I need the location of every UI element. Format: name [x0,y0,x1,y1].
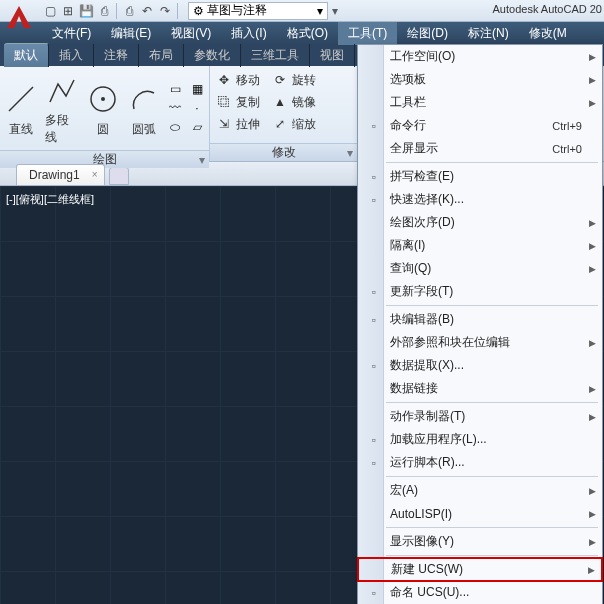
load-icon: ▫ [366,432,382,448]
redo-icon[interactable]: ↷ [157,3,173,19]
menu-item[interactable]: 全屏显示Ctrl+0 [358,137,602,160]
menu-item-1[interactable]: 编辑(E) [101,22,161,45]
spline-icon[interactable]: 〰 [167,100,183,116]
viewport-label[interactable]: [-][俯视][二维线框] [6,192,94,207]
menu-item-6[interactable]: 绘图(D) [397,22,458,45]
menu-item-label: 加载应用程序(L)... [390,431,487,448]
polyline-tool[interactable]: 多段线 [45,70,80,146]
menu-item[interactable]: ▫拼写检查(E) [358,165,602,188]
menu-item[interactable]: ▫命令行Ctrl+9 [358,114,602,137]
menu-item-0[interactable]: 文件(F) [42,22,101,45]
hatch-icon[interactable]: ▦ [189,81,205,97]
menu-item[interactable]: 隔离(I)▶ [358,234,602,257]
menu-item[interactable]: AutoLISP(I)▶ [358,502,602,525]
menu-item[interactable]: 动作录制器(T)▶ [358,405,602,428]
menu-item[interactable]: ▫数据提取(X)... [358,354,602,377]
menu-item-4[interactable]: 格式(O) [277,22,338,45]
app-logo[interactable] [0,0,38,34]
scale-tool[interactable]: ⤢缩放 [270,114,318,134]
menu-item-label: 工具栏 [390,94,426,111]
rect-icon[interactable]: ▭ [167,81,183,97]
menu-item[interactable]: 宏(A)▶ [358,479,602,502]
region-icon[interactable]: ▱ [189,119,205,135]
menu-item-label: 数据链接 [390,380,438,397]
submenu-arrow-icon: ▶ [589,509,596,519]
new-doc-tab[interactable] [109,167,129,185]
saveas-icon[interactable]: ⎙ [96,3,112,19]
menu-item-label: 选项板 [390,71,426,88]
menu-item[interactable]: 数据链接▶ [358,377,602,400]
line-tool[interactable]: 直线 [4,79,39,138]
save-icon[interactable]: 💾 [78,3,94,19]
mirror-tool[interactable]: ▲镜像 [270,92,318,112]
menu-item[interactable]: 绘图次序(D)▶ [358,211,602,234]
plot-icon[interactable]: ⎙ [121,3,137,19]
submenu-arrow-icon: ▶ [589,75,596,85]
tools-menu-dropdown: 工作空间(O)▶选项板▶工具栏▶▫命令行Ctrl+9全屏显示Ctrl+0▫拼写检… [357,44,603,604]
ribbon-tab-1[interactable]: 插入 [49,44,94,67]
ellipse-icon[interactable]: ⬭ [167,119,183,135]
ribbon-tab-4[interactable]: 参数化 [184,44,241,67]
arc-label: 圆弧 [132,121,156,138]
menu-item-label: 宏(A) [390,482,418,499]
line-label: 直线 [9,121,33,138]
menu-item-label: 运行脚本(R)... [390,454,465,471]
menu-separator [386,476,598,477]
menu-item[interactable]: 查询(Q)▶ [358,257,602,280]
ribbon-tab-0[interactable]: 默认 [4,43,49,67]
menu-item-label: 隔离(I) [390,237,425,254]
menu-item-5[interactable]: 工具(T) [338,22,397,45]
abc-icon: ▫ [366,169,382,185]
submenu-arrow-icon: ▶ [589,486,596,496]
menu-item-label: 拼写检查(E) [390,168,454,185]
menu-item-label: 命令行 [390,117,426,134]
menu-shortcut: Ctrl+9 [552,120,582,132]
menu-item-label: 外部参照和块在位编辑 [390,334,510,351]
modify-panel-title[interactable]: 修改▾ [210,143,357,161]
menu-item-label: 命名 UCS(U)... [390,584,469,601]
new-icon[interactable]: ▢ [42,3,58,19]
menu-item[interactable]: 显示图像(Y)▶ [358,530,602,553]
menu-item[interactable]: ▫运行脚本(R)... [358,451,602,474]
draw-panel: 直线 多段线 圆 圆弧 ▭ 〰 ⬭ ▦ · ▱ [0,66,210,161]
arc-tool[interactable]: 圆弧 [126,79,161,138]
qat-more-icon[interactable]: ▾ [332,4,338,18]
workspace-dropdown[interactable]: ⚙ 草图与注释 ▾ [188,2,328,20]
menu-item-label: 绘图次序(D) [390,214,455,231]
ribbon-tab-2[interactable]: 注释 [94,44,139,67]
ribbon-tab-6[interactable]: 视图 [310,44,355,67]
stretch-tool[interactable]: ⇲拉伸 [214,114,262,134]
move-tool[interactable]: ✥移动 [214,70,262,90]
ribbon-tab-3[interactable]: 布局 [139,44,184,67]
menu-item-label: 动作录制器(T) [390,408,465,425]
submenu-arrow-icon: ▶ [589,537,596,547]
open-icon[interactable]: ⊞ [60,3,76,19]
menu-item[interactable]: ▫加载应用程序(L)... [358,428,602,451]
undo-icon[interactable]: ↶ [139,3,155,19]
menu-item-2[interactable]: 视图(V) [161,22,221,45]
app-title: Autodesk AutoCAD 20 [493,3,602,15]
submenu-arrow-icon: ▶ [589,338,596,348]
menu-item[interactable]: 工作空间(O)▶ [358,45,602,68]
close-tab-icon[interactable]: × [92,169,98,180]
menu-item[interactable]: ▫块编辑器(B) [358,308,602,331]
menu-item[interactable]: 工具栏▶ [358,91,602,114]
menu-item-label: 更新字段(T) [390,283,453,300]
menu-item[interactable]: 外部参照和块在位编辑▶ [358,331,602,354]
rotate-tool[interactable]: ⟳旋转 [270,70,318,90]
menu-bar: 文件(F)编辑(E)视图(V)插入(I)格式(O)工具(T)绘图(D)标注(N)… [0,22,604,44]
menu-item[interactable]: ▫更新字段(T) [358,280,602,303]
point-icon[interactable]: · [189,100,205,116]
circle-tool[interactable]: 圆 [86,79,121,138]
menu-item[interactable]: 选项板▶ [358,68,602,91]
doc-tab-drawing1[interactable]: Drawing1 × [16,164,105,185]
copy-tool[interactable]: ⿻复制 [214,92,262,112]
menu-item[interactable]: 新建 UCS(W)▶ [357,557,603,582]
menu-item-8[interactable]: 修改(M [519,22,577,45]
menu-item[interactable]: ▫快速选择(K)... [358,188,602,211]
menu-item[interactable]: ▫命名 UCS(U)... [358,581,602,604]
menu-item-label: 工作空间(O) [390,48,455,65]
ribbon-tab-5[interactable]: 三维工具 [241,44,310,67]
menu-item-7[interactable]: 标注(N) [458,22,519,45]
menu-item-3[interactable]: 插入(I) [221,22,276,45]
